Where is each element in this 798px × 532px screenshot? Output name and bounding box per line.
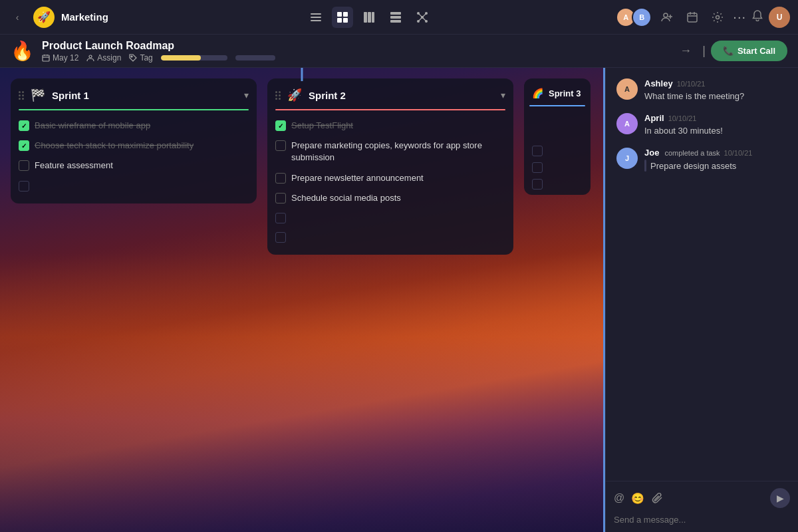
assign-meta[interactable]: Assign	[86, 53, 121, 63]
drag-handle-1[interactable]	[19, 91, 24, 100]
board-scroll: 🏁 Sprint 1 ▾ Basic wireframe of mobile a…	[0, 68, 603, 532]
phone-icon: 📞	[723, 46, 733, 56]
sprint-1-divider	[19, 109, 249, 110]
svg-rect-8	[368, 12, 371, 23]
attachment-icon[interactable]	[651, 492, 663, 504]
more-options-icon[interactable]: ···	[733, 9, 746, 25]
calendar-icon[interactable]	[682, 7, 702, 27]
settings-icon[interactable]	[708, 7, 728, 27]
grid-view-icon[interactable]	[332, 7, 353, 28]
sprint2-task-checkbox-0[interactable]	[275, 120, 286, 131]
start-call-button[interactable]: 📞 Start Call	[711, 41, 787, 61]
sprint2-task-checkbox-1[interactable]	[275, 140, 286, 151]
chat-toolbar: @ 😊 ▶	[614, 488, 790, 508]
sprint-2-task-3: Schedule social media posts	[267, 188, 513, 208]
at-mention-icon[interactable]: @	[614, 492, 624, 504]
message-ashley: A Ashley 10/10/21 What time is the meeti…	[616, 78, 787, 102]
project-icon: 🔥	[11, 40, 34, 62]
svg-rect-5	[337, 18, 342, 23]
svg-rect-11	[390, 16, 401, 19]
task-text-2: Feature assessment	[35, 160, 113, 172]
sprint-2-emoji: 🚀	[287, 88, 302, 102]
sprint-3-emoji: 🌈	[532, 88, 543, 98]
sprint-3-tasks	[524, 140, 591, 195]
sprint-1-chevron[interactable]: ▾	[244, 90, 249, 100]
task-checkbox-0[interactable]	[19, 120, 29, 131]
arrow-right-icon[interactable]: →	[680, 44, 692, 58]
workspace-logo: 🚀	[33, 7, 55, 28]
sprint-2-task-2: Prepare newsletter announcement	[267, 168, 513, 188]
sprint-2-task-1: Prepare marketing copies, keywords for a…	[267, 136, 513, 168]
add-member-icon[interactable]	[657, 7, 677, 27]
sprint2-task-text-2: Prepare newsletter announcement	[291, 172, 424, 184]
progress-fill	[161, 55, 201, 61]
nav-right: A B ···	[616, 7, 790, 28]
table-view-icon[interactable]	[385, 7, 406, 28]
chat-input-area: @ 😊 ▶	[606, 481, 798, 532]
msg-april-name: April	[644, 113, 664, 123]
sprint-1-task-1: Choose tech stack to maximize portabilit…	[11, 136, 257, 156]
svg-point-29	[716, 15, 720, 19]
columns-view-icon[interactable]	[358, 7, 380, 28]
progress-text-bar	[235, 55, 275, 61]
list-view-icon[interactable]	[305, 7, 327, 28]
user-avatar[interactable]: U	[769, 7, 790, 28]
sprint-2-name: Sprint 2	[309, 90, 497, 101]
sprint-2-chevron[interactable]: ▾	[501, 90, 505, 100]
chat-sidebar: A Ashley 10/10/21 What time is the meeti…	[605, 68, 798, 532]
sprint-col-3: 🌈 Sprint 3	[524, 78, 591, 195]
task-checkbox-1[interactable]	[19, 140, 29, 151]
network-view-icon[interactable]	[412, 7, 433, 28]
avatar-april[interactable]: B	[632, 7, 652, 27]
main-area: 🏁 Sprint 1 ▾ Basic wireframe of mobile a…	[0, 68, 798, 532]
sprint2-task-text-3: Schedule social media posts	[291, 192, 401, 204]
sprint2-task-checkbox-2[interactable]	[275, 173, 286, 184]
svg-line-18	[418, 13, 422, 17]
back-button[interactable]: ‹	[8, 8, 27, 27]
sprint-2-task-0: Setup TestFlight	[267, 116, 513, 136]
sprint-1-emoji: 🏁	[31, 88, 45, 102]
avatar-ashley-msg: A	[616, 78, 638, 100]
svg-rect-4	[343, 12, 348, 17]
top-nav: ‹ 🚀 Marketing	[0, 0, 798, 35]
msg-ashley-name: Ashley	[644, 78, 673, 88]
date-meta[interactable]: May 12	[42, 53, 78, 63]
msg-april-content: April 10/10/21 In about 30 minutes!	[644, 113, 787, 137]
task-checkbox-2[interactable]	[19, 160, 29, 171]
column-divider-line	[301, 68, 303, 81]
msg-joe-task-ref: Prepare design assets	[644, 160, 787, 172]
svg-rect-25	[688, 13, 697, 22]
message-joe: J Joe completed a task 10/10/21 Prepare …	[616, 148, 787, 172]
sprint-3-header: 🌈 Sprint 3	[524, 78, 591, 105]
avatar-joe-msg: J	[616, 148, 638, 169]
message-input[interactable]	[614, 515, 790, 525]
sprint-2-divider	[275, 109, 505, 110]
svg-rect-3	[337, 12, 342, 17]
sprint2-task-checkbox-3[interactable]	[275, 193, 286, 203]
svg-rect-12	[390, 20, 401, 23]
avatar-group: A B	[616, 7, 652, 27]
emoji-picker-icon[interactable]: 😊	[631, 492, 644, 505]
svg-rect-9	[372, 12, 374, 23]
svg-line-19	[422, 13, 426, 17]
sprint3-task-0	[532, 146, 543, 156]
svg-line-21	[422, 17, 426, 21]
tag-meta[interactable]: Tag	[129, 53, 152, 63]
notification-bell-icon[interactable]	[751, 9, 763, 25]
sprint-3-divider	[529, 105, 585, 106]
view-icons	[128, 7, 609, 28]
send-message-button[interactable]: ▶	[770, 488, 790, 508]
sprint-3-name: Sprint 3	[549, 88, 585, 98]
sprint-1-task-2: Feature assessment	[11, 156, 257, 176]
sprint3-task-1	[532, 162, 543, 173]
svg-rect-0	[311, 13, 321, 15]
header-bar: 🔥 Product Launch Roadmap May 12 Assign	[0, 35, 798, 68]
svg-point-34	[89, 55, 92, 58]
sprint-2-task-5	[267, 227, 513, 247]
sprint2-task-text-1: Prepare marketing copies, keywords for a…	[291, 140, 505, 164]
header-right: → | 📞 Start Call	[680, 41, 787, 61]
drag-handle-2[interactable]	[275, 91, 281, 100]
sprint-1-task-3	[11, 176, 257, 196]
msg-april-time: 10/10/21	[668, 114, 697, 122]
sprint3-task-2	[532, 179, 543, 190]
